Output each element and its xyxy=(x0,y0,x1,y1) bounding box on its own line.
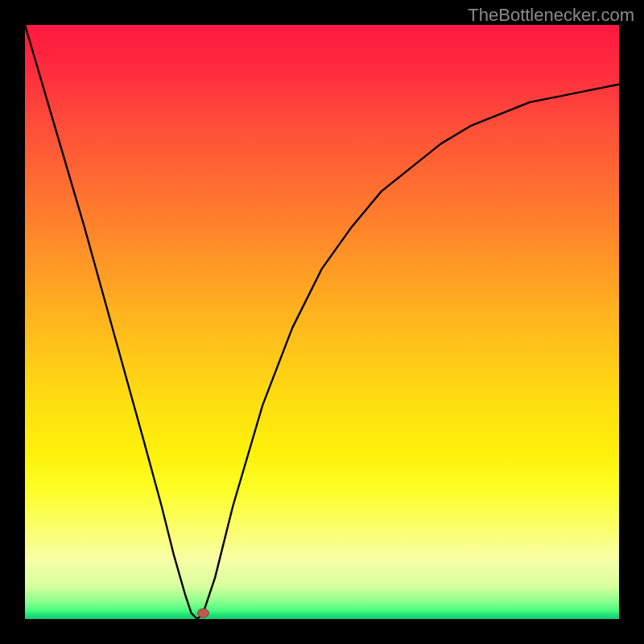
plot-area xyxy=(25,25,619,619)
minimum-marker xyxy=(197,609,208,617)
curve-path xyxy=(25,25,619,619)
curve-layer xyxy=(25,25,619,619)
svg-point-0 xyxy=(197,609,208,617)
watermark-label: TheBottlenecker.com xyxy=(468,5,634,26)
chart-frame: TheBottlenecker.com xyxy=(0,0,644,644)
